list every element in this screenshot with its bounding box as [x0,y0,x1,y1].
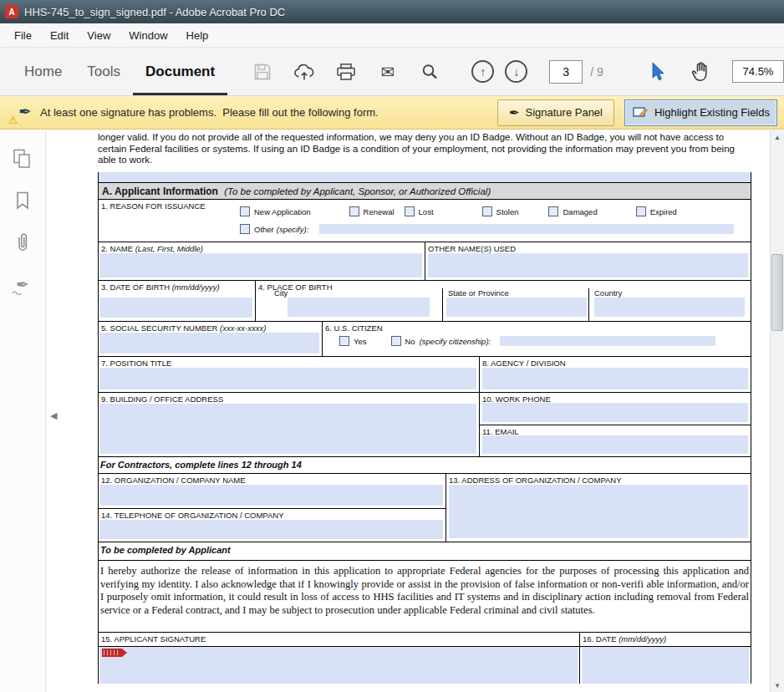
field-other-specify[interactable] [319,224,734,234]
share-cloud-icon[interactable] [291,59,318,85]
field-org-address[interactable] [449,485,748,538]
row-ssn-citizen: 5. SOCIAL SECURITY NUMBER (xxx-xx-xxxx) … [99,322,751,357]
option-expired: Expired [636,206,677,216]
menu-help[interactable]: Help [177,25,218,46]
email-icon[interactable]: ✉ [374,59,401,85]
select-tool-icon[interactable] [644,59,670,85]
cell-building-address: 9. BUILDING / OFFICE ADDRESS [99,393,480,456]
field-org-phone[interactable] [99,520,443,539]
field-date-of-birth[interactable] [99,298,252,318]
hand-tool-icon[interactable] [687,59,714,85]
attachments-button[interactable] [10,231,35,254]
signature-panel-button[interactable]: ✒ Signature Panel [497,99,614,126]
option-label: Damaged [563,207,597,216]
q4-state-label: State or Province [448,288,509,298]
option-hint: (specify): [277,225,309,234]
highlight-existing-fields-button[interactable]: Highlight Existing Fields [624,99,777,126]
field-name[interactable] [99,253,422,277]
q1-other-line: Other (specify): [240,224,734,234]
menu-window[interactable]: Window [120,25,176,46]
scroll-up-button[interactable]: ▲ [771,130,784,144]
menu-edit[interactable]: Edit [41,25,78,46]
note-text: To be completed by Applicant [100,545,231,555]
scroll-down-button[interactable]: ▼ [771,679,784,692]
q15-label: 15. APPLICANT SIGNATURE [99,633,579,644]
cell-place-of-birth: 4. PLACE OF BIRTH City State or Province… [256,281,751,321]
field-citizenship[interactable] [500,336,715,346]
cell-org-column: 12. ORGANIZATION / COMPANY NAME 14. TELE… [99,474,446,542]
pane-splitter-handle[interactable]: ◀ [50,408,61,423]
cell-email: 11. EMAIL [480,425,751,456]
save-icon[interactable] [249,59,276,85]
row-name: 2. NAME (Last, First, Middle) OTHER NAME… [99,242,751,281]
menu-file[interactable]: File [5,25,41,46]
tab-tools[interactable]: Tools [74,48,133,95]
q16-label: 16. DATE (mm/dd/yyyy) [580,633,751,644]
row-partial-field [99,172,751,183]
tab-home[interactable]: Home [12,48,74,95]
q2-label: 2. NAME (Last, First, Middle) [99,242,425,253]
checkbox-expired[interactable] [636,206,646,216]
highlight-fields-icon [633,105,649,120]
page-number-input[interactable] [549,60,583,84]
label-hint: (Last, First, Middle) [135,244,203,253]
field-applicant-signature[interactable] [99,647,578,684]
checkbox-lost[interactable] [405,206,415,216]
navigation-pane: ✒ [0,130,46,692]
signature-warning-icon: ✒ ⚠ [10,102,32,124]
cell-name: 2. NAME (Last, First, Middle) [99,242,425,280]
search-icon[interactable] [416,59,443,85]
field-building-address[interactable] [99,404,476,454]
field-birth-state[interactable] [446,298,587,317]
q13-label: 13. ADDRESS OF ORGANIZATION / COMPANY [446,474,751,485]
menu-view[interactable]: View [78,25,120,46]
checkbox-new-application[interactable] [240,206,250,216]
option-lost: Lost [405,206,434,216]
option-label: Yes [354,337,367,346]
cell-agency-division: 8. AGENCY / DIVISION [480,357,751,392]
next-page-button[interactable]: ↓ [505,60,527,83]
field-agency-division[interactable] [482,368,748,389]
field-birth-city[interactable] [288,298,430,317]
page-total-label: / 9 [590,65,603,79]
cell-work-phone: 10. WORK PHONE [480,393,751,425]
field-birth-country[interactable] [594,298,745,317]
divider [588,288,589,321]
option-stolen: Stolen [482,206,519,216]
checkbox-stolen[interactable] [482,206,492,216]
field-email[interactable] [482,435,748,454]
field-partial[interactable] [99,172,751,182]
tab-document[interactable]: Document [133,48,227,95]
option-label: No [405,337,415,346]
q1-options: New Application Renewal Lost Stolen Dama… [240,206,677,216]
zoom-control[interactable]: 74.5% [732,60,784,83]
print-icon[interactable] [333,59,359,85]
previous-page-button[interactable]: ↑ [471,60,494,83]
divider [442,288,443,321]
option-new-application: New Application [240,206,311,216]
row-address-phone-email: 9. BUILDING / OFFICE ADDRESS 10. WORK PH… [99,393,751,457]
checkbox-other[interactable] [240,224,250,234]
field-work-phone[interactable] [482,403,748,422]
field-other-names[interactable] [428,253,748,277]
checkbox-citizen-yes[interactable] [339,336,349,346]
bookmarks-button[interactable] [10,189,35,212]
cell-date-of-birth: 3. DATE OF BIRTH (mm/dd/yyyy) [99,281,256,321]
scrollbar-thumb[interactable] [771,254,783,331]
q9-label: 9. BUILDING / OFFICE ADDRESS [99,393,479,404]
checkbox-renewal[interactable] [349,206,359,216]
field-org-name[interactable] [99,485,443,506]
vertical-scrollbar[interactable]: ▲ ▼ [770,130,784,692]
field-ssn[interactable] [99,333,319,354]
label-text: 2. NAME [101,244,133,253]
warning-triangle-icon: ⚠ [8,114,18,126]
option-other: Other (specify): [254,225,308,234]
checkbox-damaged[interactable] [548,206,558,216]
field-date-signed[interactable] [582,647,749,684]
page-thumbnails-button[interactable] [10,147,35,170]
field-position-title[interactable] [99,368,476,389]
signatures-button[interactable]: ✒ [10,272,35,296]
checkbox-citizen-no[interactable] [391,336,401,346]
q14-label: 14. TELEPHONE OF ORGANIZATION / COMPANY [99,509,445,520]
cell-citizen: 6. U.S. CITIZEN Yes No (specify citizens… [323,322,751,356]
